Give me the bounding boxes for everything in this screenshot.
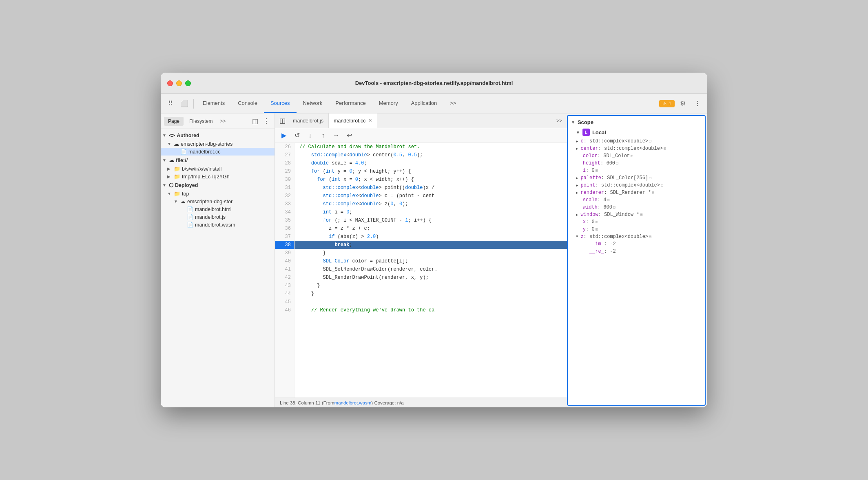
status-source-link[interactable]: mandelbrot.wasm xyxy=(334,400,372,405)
traffic-lights xyxy=(167,80,191,86)
grid-icon: ⊞ xyxy=(596,168,598,173)
scope-item-color[interactable]: color : SDL_Color ⊞ xyxy=(568,152,705,160)
scope-item-c[interactable]: ▶ c : std::complex<double> ⊞ xyxy=(568,138,705,145)
resume-btn[interactable]: ▶ xyxy=(278,130,290,141)
sidebar-tabs-more[interactable]: >> xyxy=(218,118,227,125)
tab-console[interactable]: Console xyxy=(231,94,264,113)
code-line: std::complex<double> point((double)x / xyxy=(294,184,567,192)
deactivate-btn[interactable]: ↩ xyxy=(343,130,355,141)
tree-item-mandelbrot-wasm[interactable]: 📄 mandelbrot.wasm xyxy=(161,221,275,229)
scope-item-z-re[interactable]: __re_ : -2 xyxy=(568,248,705,255)
scope-item-z[interactable]: ▼ z : std::complex<double> ⊞ xyxy=(568,233,705,240)
maximize-button[interactable] xyxy=(185,80,191,86)
no-expand-icon xyxy=(576,154,580,158)
line-num: 37 xyxy=(275,233,294,241)
scope-item-width[interactable]: width : 600 ⊞ xyxy=(568,204,705,211)
tree-item-tmp[interactable]: ▶ 📁 tmp/tmp.ELcTq2YGh xyxy=(161,173,275,180)
scope-item-scale[interactable]: scale : 4 ⊞ xyxy=(568,196,705,204)
grid-icon: ⊞ xyxy=(649,176,651,180)
more-icon[interactable]: ⋮ xyxy=(691,97,704,110)
scope-panel: ▼ Scope ▼ L Local ▶ c : std::complex<dou… xyxy=(567,115,706,406)
tab-elements[interactable]: Elements xyxy=(196,94,231,113)
scope-header[interactable]: ▼ Scope xyxy=(568,118,705,127)
scope-item-y[interactable]: y : 0 ⊞ xyxy=(568,226,705,233)
prop-name: color xyxy=(583,153,598,159)
scope-item-renderer[interactable]: ▶ renderer : SDL_Renderer * ⊞ xyxy=(568,189,705,196)
folder-icon: 📁 xyxy=(174,173,180,180)
scope-item-i[interactable]: i : 0 ⊞ xyxy=(568,167,705,174)
expand-arrow-icon: ▶ xyxy=(576,139,578,144)
tree-item-emscripten-dbg-stories[interactable]: ▼ ☁ emscripten-dbg-stories xyxy=(161,140,275,148)
editor-tab-mandelbrot-cc[interactable]: mandelbrot.cc ✕ xyxy=(329,113,377,128)
tab-close-icon[interactable]: ✕ xyxy=(368,118,372,123)
warning-badge[interactable]: ⚠ 1 xyxy=(659,100,675,107)
code-line: // Calculate and draw the Mandelbrot set… xyxy=(294,143,567,151)
local-header[interactable]: ▼ L Local xyxy=(568,127,705,138)
deployed-arrow: ▼ xyxy=(162,183,169,187)
step-over-btn[interactable]: ↺ xyxy=(291,130,303,141)
tree-item-emscripten-deployed[interactable]: ▼ ☁ emscripten-dbg-stor xyxy=(161,198,275,205)
minimize-button[interactable] xyxy=(176,80,182,86)
tree-item-top[interactable]: ▼ 📁 top xyxy=(161,190,275,198)
code-line: std::complex<double> center(0.5, 0.5); xyxy=(294,151,567,159)
step-into-btn[interactable]: ↓ xyxy=(304,130,316,141)
line-num: 36 xyxy=(275,224,294,233)
prop-value: : 4 xyxy=(598,197,607,203)
tab-network[interactable]: Network xyxy=(297,94,329,113)
tree-item-label: emscripten-dbg-stories xyxy=(181,141,232,147)
scope-item-point[interactable]: ▶ point : std::complex<double> ⊞ xyxy=(568,182,705,189)
code-line: } xyxy=(294,282,567,290)
grid-icon: ⊞ xyxy=(664,146,666,151)
scope-header-label: Scope xyxy=(578,119,593,125)
tab-more[interactable]: >> xyxy=(443,94,463,113)
scope-item-height[interactable]: height : 600 ⊞ xyxy=(568,160,705,167)
line-num: 32 xyxy=(275,192,294,200)
sidebar-collapse-icon[interactable]: ◫ xyxy=(250,116,260,126)
tab-performance[interactable]: Performance xyxy=(329,94,372,113)
step-btn[interactable]: → xyxy=(330,130,342,141)
settings-icon[interactable]: ⚙ xyxy=(676,97,689,110)
tab-sources[interactable]: Sources xyxy=(264,94,297,113)
tree-section-deployed[interactable]: ▼ ⬡ Deployed xyxy=(161,180,275,190)
close-button[interactable] xyxy=(167,80,173,86)
tree-section-authored[interactable]: ▼ <> Authored xyxy=(161,131,275,140)
cloud-arrow: ▼ xyxy=(167,142,174,146)
tree-item-mandelbrot-html[interactable]: 📄 mandelbrot.html xyxy=(161,205,275,213)
code-area[interactable]: // Calculate and draw the Mandelbrot set… xyxy=(294,143,567,398)
file-icon: 📄 xyxy=(187,206,193,212)
tree-item-mandelbrot-js-deployed[interactable]: 📄 mandelbrot.js xyxy=(161,213,275,221)
tab-application[interactable]: Application xyxy=(405,94,444,113)
file-arrow xyxy=(180,222,187,227)
scope-item-x[interactable]: x : 0 ⊞ xyxy=(568,218,705,226)
device-icon[interactable]: ⬜ xyxy=(178,97,191,110)
sidebar-toggle-icon[interactable]: ◫ xyxy=(277,115,288,127)
editor-tab-mandelbrot-js[interactable]: mandelbrot.js xyxy=(288,113,329,128)
tree-item-label: emscripten-dbg-stor xyxy=(187,199,232,204)
editor-tab-more[interactable]: >> xyxy=(553,118,565,124)
prop-value: : 0 xyxy=(586,219,595,225)
scope-item-z-im[interactable]: __im_ : -2 xyxy=(568,240,705,248)
no-expand-icon xyxy=(576,161,580,165)
tree-item-install[interactable]: ▶ 📁 b/s/w/ir/x/w/install xyxy=(161,165,275,173)
line-num-breakpoint[interactable]: 38 xyxy=(275,241,294,249)
step-out-btn[interactable]: ↑ xyxy=(317,130,329,141)
prop-name: scale xyxy=(583,197,598,203)
scope-item-palette[interactable]: ▶ palette : SDL_Color[256] ⊞ xyxy=(568,174,705,182)
prop-value: : -2 xyxy=(604,241,616,247)
prop-value: : SDL_Renderer * xyxy=(604,190,651,196)
sidebar-tab-filesystem[interactable]: Filesystem xyxy=(185,117,217,126)
inspect-icon[interactable]: ⠿ xyxy=(164,97,177,110)
tree-item-mandelbrot-cc[interactable]: 📄 mandelbrot.cc xyxy=(161,148,275,156)
line-num: 46 xyxy=(275,306,294,314)
sidebar-tab-page[interactable]: Page xyxy=(164,117,184,126)
line-num: 28 xyxy=(275,159,294,167)
sidebar-more-icon[interactable]: ⋮ xyxy=(261,116,271,126)
scope-item-window[interactable]: ▶ window : SDL_Window * ⊞ xyxy=(568,211,705,218)
status-text2: ) Coverage: n/a xyxy=(371,400,403,405)
tree-section-file[interactable]: ▼ ☁ file:// xyxy=(161,156,275,165)
grid-icon: ⊞ xyxy=(640,212,642,217)
file-icon: 📄 xyxy=(180,149,187,155)
tab-memory[interactable]: Memory xyxy=(372,94,405,113)
scope-item-center[interactable]: ▶ center : std::complex<double> ⊞ xyxy=(568,145,705,152)
prop-name: width xyxy=(583,204,598,210)
